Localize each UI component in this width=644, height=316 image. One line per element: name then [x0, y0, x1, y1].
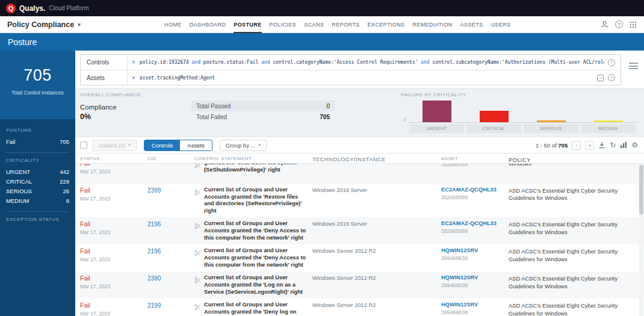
- asset-link[interactable]: HQWIN12SRV: [441, 247, 504, 253]
- column-header-policy[interactable]: POLICY: [509, 156, 644, 163]
- collapse-icon[interactable]: −: [597, 75, 604, 81]
- bar-label-urgent: URGENT: [409, 124, 464, 133]
- control-statement-link[interactable]: granted the 'Shut down the system (SeShu…: [204, 164, 306, 173]
- cid-link[interactable]: 2199: [147, 302, 194, 316]
- bar-cell-serious: [522, 120, 580, 122]
- column-header-status[interactable]: STATUS: [80, 156, 147, 163]
- status-date: Mar 17, 2023: [80, 283, 141, 290]
- asset-id: 399469838: [441, 255, 504, 261]
- navbar: Policy Compliance ▾ HOMEDASHBOARDPOSTURE…: [0, 16, 644, 33]
- technology-instance: Windows Server 2012 R2: [312, 274, 441, 296]
- policy-name: Windows: [509, 164, 644, 181]
- control-statement-cell: Current list of Groups and User Accounts…: [194, 187, 312, 214]
- control-statement-link[interactable]: Current list of Groups and User Accounts…: [204, 187, 306, 214]
- control-statement-link[interactable]: Current list of Groups and User Accounts…: [204, 220, 306, 241]
- column-header-asset[interactable]: ASSET: [441, 156, 509, 163]
- status-badge: Fail: [80, 247, 141, 255]
- technology-instance: Windows 2019 Server: [312, 220, 441, 241]
- totals-block: Total Passed0Total Failed705: [191, 101, 335, 137]
- nav-item-reports[interactable]: REPORTS: [332, 16, 359, 33]
- cid-link[interactable]: 2196: [147, 247, 194, 268]
- bar-medium[interactable]: [594, 120, 623, 122]
- download-icon[interactable]: [598, 141, 605, 149]
- refresh-icon[interactable]: ↻: [610, 141, 616, 149]
- module-grid-icon[interactable]: [630, 21, 637, 28]
- help-icon[interactable]: ?: [608, 74, 615, 81]
- nav-item-exceptions[interactable]: EXCEPTIONS: [367, 16, 404, 33]
- help-icon[interactable]: ?: [615, 20, 623, 28]
- cid-link[interactable]: 2390: [147, 274, 194, 296]
- asset-link[interactable]: EC2AMAZ-QCQHL33: [441, 220, 504, 226]
- help-icon[interactable]: ?: [608, 59, 615, 66]
- table-row[interactable]: FailMar 17, 20232199Current list of Grou…: [75, 299, 644, 316]
- control-statement-link[interactable]: Current list of Groups and User Accounts…: [204, 302, 306, 316]
- module-picker[interactable]: Policy Compliance ▾: [7, 20, 81, 29]
- scrollbar-track[interactable]: [639, 164, 643, 316]
- table-row[interactable]: FailMar 17, 20232196Current list of Grou…: [75, 244, 644, 271]
- bar-critical[interactable]: [480, 111, 509, 122]
- sidebar-item-urgent[interactable]: URGENT442: [6, 167, 69, 176]
- sidebar-item-label: URGENT: [6, 169, 30, 175]
- query-input-assets[interactable]: asset.trackingMethod:Agent: [140, 75, 593, 81]
- table-row[interactable]: FailMar 17, 2023granted the 'Shut down t…: [75, 164, 644, 184]
- bar-urgent[interactable]: [423, 101, 451, 122]
- asset-link[interactable]: HQWIN12SRV: [441, 274, 504, 280]
- table-row[interactable]: FailMar 17, 20232196Current list of Grou…: [75, 217, 644, 244]
- status-badge: Fail: [80, 164, 141, 167]
- clear-filter-icon[interactable]: ×: [132, 59, 135, 66]
- scrollbar-thumb[interactable]: [639, 165, 643, 214]
- nav-icons: ?: [601, 20, 637, 28]
- query-input-controls[interactable]: policy.id:1932674 and posture.status:Fai…: [140, 60, 604, 65]
- asset-cell: EC2AMAZ-QCQHL33352665088: [441, 220, 509, 241]
- table-row[interactable]: FailMar 17, 20232399Current list of Grou…: [75, 184, 644, 217]
- nav-item-assets[interactable]: ASSETS: [460, 16, 483, 33]
- view-toggle-controls[interactable]: Controls: [144, 140, 180, 150]
- asset-link[interactable]: HQWIN12SRV: [441, 302, 504, 308]
- column-header-technology-instance[interactable]: TECHNOLOGY/INSTANCE: [312, 156, 441, 163]
- status-badge: Fail: [80, 274, 141, 282]
- cid-link[interactable]: 2196: [147, 220, 194, 241]
- main-nav: HOMEDASHBOARDPOSTUREPOLICIESSCANSREPORTS…: [164, 16, 511, 33]
- next-page-button[interactable]: ›: [585, 141, 594, 150]
- nav-item-dashboard[interactable]: DASHBOARD: [190, 16, 226, 33]
- bar-serious[interactable]: [537, 120, 566, 122]
- chart-view-icon[interactable]: [620, 141, 627, 149]
- asset-link[interactable]: EC2AMAZ-QCQHL33: [441, 187, 504, 193]
- sidebar-item-label: Fail: [6, 138, 15, 145]
- control-statement-link[interactable]: Current list of Groups and User Accounts…: [204, 247, 306, 268]
- cid-link[interactable]: 2399: [147, 187, 194, 214]
- nav-item-home[interactable]: HOME: [164, 16, 182, 33]
- status-cell: FailMar 17, 2023: [80, 247, 147, 268]
- sidebar-item-medium[interactable]: MEDIUM8: [6, 196, 69, 205]
- sidebar-section-title: POSTURE: [6, 128, 69, 133]
- menu-icon[interactable]: [627, 63, 639, 69]
- policy-name: ASD ACSC's Essential Eight Cyber Securit…: [509, 187, 644, 214]
- gear-icon[interactable]: ⚙: [631, 141, 638, 149]
- user-icon[interactable]: [601, 20, 608, 28]
- sidebar-item-serious[interactable]: SERIOUS26: [6, 186, 69, 196]
- nav-item-policies[interactable]: POLICIES: [270, 16, 297, 33]
- select-all-checkbox[interactable]: [80, 141, 87, 149]
- clear-filter-icon[interactable]: ×: [132, 75, 135, 81]
- view-toggle-assets[interactable]: Assets: [180, 140, 212, 150]
- qualys-logo[interactable]: Q Qualys. Cloud Platform: [6, 4, 89, 13]
- status-badge: Fail: [80, 220, 141, 228]
- nav-item-remediation[interactable]: REMEDIATION: [412, 16, 452, 33]
- actions-button[interactable]: Actions (0) ▾: [92, 140, 137, 151]
- nav-item-users[interactable]: USERS: [491, 16, 511, 33]
- module-picker-label: Policy Compliance: [7, 20, 74, 29]
- table-row[interactable]: FailMar 17, 20232390Current list of Grou…: [75, 271, 644, 299]
- control-statement-link[interactable]: Current list of Groups and User Accounts…: [204, 274, 306, 296]
- sidebar-item-critical[interactable]: CRITICAL229: [6, 176, 69, 186]
- nav-item-scans[interactable]: SCANS: [304, 16, 324, 33]
- column-header-cid[interactable]: CID: [147, 156, 194, 163]
- sidebar-section-title: CRITICALITY: [6, 158, 69, 163]
- summary-total-label: Total Passed: [196, 103, 231, 110]
- group-by-dropdown[interactable]: Group by ... ▾: [220, 140, 267, 151]
- summary-total-value: 0: [326, 103, 330, 110]
- control-icon: [194, 164, 201, 171]
- column-header-control-statement[interactable]: CONTROL STATEMENT: [194, 156, 312, 163]
- prev-page-button[interactable]: ‹: [572, 141, 581, 150]
- sidebar-item-fail[interactable]: Fail705: [6, 137, 69, 146]
- nav-item-posture[interactable]: POSTURE: [234, 16, 261, 33]
